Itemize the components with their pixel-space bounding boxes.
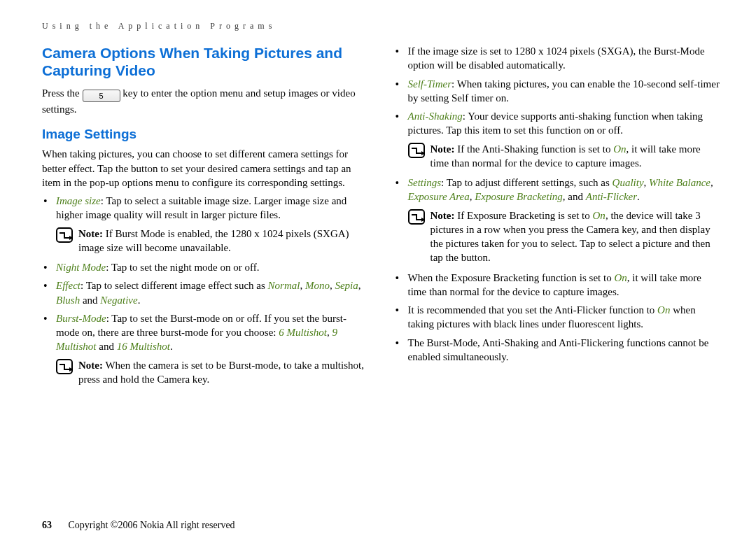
settings-af: Anti-Flicker <box>586 191 637 202</box>
burst-6: 6 Multishot <box>279 327 327 338</box>
on-text: On <box>613 143 626 155</box>
text: and <box>97 341 117 352</box>
text: If Exposure Bracketing is set to <box>454 210 592 221</box>
text: If Burst Mode is enabled, the 1280 x 102… <box>78 228 349 253</box>
settings-eb: Exposure Bracketing <box>475 191 563 202</box>
label-night-mode: Night Mode <box>56 262 106 273</box>
note-icon <box>408 143 425 158</box>
text: , <box>327 327 332 338</box>
settings-ea: Exposure Area <box>408 191 470 202</box>
label-effect: Effect <box>56 280 80 291</box>
copyright-text: Copyright ©2006 Nokia All right reserved <box>69 520 235 530</box>
settings-wb: White Balance <box>649 177 710 188</box>
list-right-3: When the Exposure Bracketing function is… <box>394 271 722 364</box>
on-text: On <box>657 304 670 316</box>
text: It is recommended that you set the Anti-… <box>408 304 658 316</box>
note-text: Note: When the camera is set to be Burst… <box>78 358 370 387</box>
list-item: Burst-Mode: Tap to set the Burst-mode on… <box>56 311 370 354</box>
note-label: Note: <box>430 143 455 155</box>
key-5-icon: 5 <box>83 90 120 102</box>
text: and <box>80 295 100 306</box>
text: When the camera is set to be Burst-mode,… <box>78 360 364 385</box>
label-image-size: Image size <box>56 195 101 206</box>
effect-sepia: Sepia <box>335 280 358 291</box>
page-header: Using the Application Programs <box>42 21 721 31</box>
right-column: If the image size is set to 1280 x 1024 … <box>394 44 722 392</box>
list-item: Night Mode: Tap to set the night mode on… <box>56 260 370 274</box>
list-right: If the image size is set to 1280 x 1024 … <box>394 44 722 138</box>
intro-text: When taking pictures, you can choose to … <box>42 147 370 190</box>
note-block: Note: If the Anti-Shaking function is se… <box>408 142 722 171</box>
text: , <box>710 177 713 188</box>
label-burst-mode: Burst-Mode <box>56 313 106 324</box>
page-number: 63 <box>42 520 52 530</box>
list-item: If the image size is set to 1280 x 1024 … <box>408 44 722 73</box>
text: : When taking pictures, you can enable t… <box>408 78 720 104</box>
note-text: Note: If Burst Mode is enabled, the 1280… <box>78 227 370 255</box>
list-item: Settings: Tap to adjust different settin… <box>408 176 722 204</box>
text: , <box>644 177 650 188</box>
label-self-timer: Self-Timer <box>408 78 452 90</box>
label-anti-shaking: Anti-Shaking <box>408 111 463 122</box>
note-label: Note: <box>430 210 455 221</box>
list-left-2: Night Mode: Tap to set the night mode on… <box>42 260 370 354</box>
effect-blush: Blush <box>56 295 80 306</box>
effect-negative: Negative <box>100 295 137 306</box>
text: : Tap to select different image effect s… <box>80 280 268 291</box>
text: When the Exposure Bracketing function is… <box>408 272 615 283</box>
on-text: On <box>593 210 606 221</box>
text: button. <box>461 252 491 263</box>
text: , and <box>563 191 586 202</box>
text: , <box>300 280 305 291</box>
list-item: The Burst-Mode, Anti-Shaking and Anti-Fl… <box>408 336 722 364</box>
list-item: Anti-Shaking: Your device supports anti-… <box>408 109 722 138</box>
press-key-text: Press the 5 key to enter the option menu… <box>42 86 370 116</box>
list-item: Self-Timer: When taking pictures, you ca… <box>408 77 722 106</box>
text: Press the <box>42 87 83 99</box>
text: If the Anti-Shaking function is set to <box>454 143 613 155</box>
list-item: Effect: Tap to select different image ef… <box>56 278 370 307</box>
note-icon <box>408 209 425 225</box>
label-settings: Settings <box>408 177 442 188</box>
note-icon <box>56 227 73 243</box>
text: . <box>637 191 640 202</box>
text: : Tap to adjust different settings, such… <box>441 177 612 188</box>
left-column: Camera Options When Taking Pictures and … <box>42 44 370 392</box>
text: , <box>358 280 361 291</box>
list-item: Image size: Tap to select a suitable ima… <box>56 194 370 222</box>
note-block: Note: If Burst Mode is enabled, the 1280… <box>56 227 370 255</box>
content-area: Camera Options When Taking Pictures and … <box>42 44 721 392</box>
heading-image-settings: Image Settings <box>42 125 370 143</box>
heading-camera-options: Camera Options When Taking Pictures and … <box>42 44 370 79</box>
note-block: Note: When the camera is set to be Burst… <box>56 358 370 387</box>
note-icon <box>56 359 73 374</box>
effect-normal: Normal <box>268 280 300 291</box>
note-label: Note: <box>78 360 103 371</box>
text: . <box>170 341 173 352</box>
note-block: Note: If Exposure Bracketing is set to O… <box>408 208 722 265</box>
settings-quality: Quality <box>612 177 644 188</box>
note-text: Note: If Exposure Bracketing is set to O… <box>430 208 722 265</box>
note-label: Note: <box>78 228 103 239</box>
on-text: On <box>614 272 626 283</box>
list-item: It is recommended that you set the Anti-… <box>408 303 722 332</box>
list-item: When the Exposure Bracketing function is… <box>408 271 722 299</box>
burst-16: 16 Multishot <box>117 341 170 352</box>
text: . <box>138 295 141 306</box>
page-footer: 63 Copyright ©2006 Nokia All right reser… <box>42 520 235 531</box>
list-left: Image size: Tap to select a suitable ima… <box>42 194 370 222</box>
note-text: Note: If the Anti-Shaking function is se… <box>430 142 722 171</box>
effect-mono: Mono <box>305 280 330 291</box>
list-right-2: Settings: Tap to adjust different settin… <box>394 176 722 204</box>
text: : Tap to set the night mode on or off. <box>106 262 259 273</box>
